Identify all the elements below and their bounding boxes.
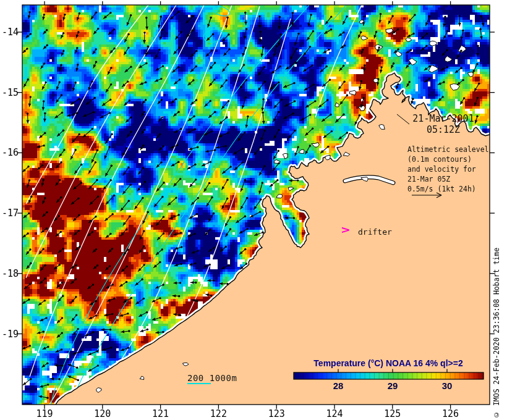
- altimetry-note-line5: 0.5m/s (1kt 24h): [407, 184, 476, 194]
- sst-map-canvas: [0, 0, 507, 420]
- x-tick-label: 125: [379, 408, 406, 419]
- drifter-marker-icon: >: [341, 224, 350, 236]
- drifter-label: drifter: [358, 227, 392, 237]
- y-tick-label: -15: [0, 87, 19, 98]
- timestamp-time: 05:12Z: [403, 124, 484, 135]
- isobath-legend: 200 1000m: [187, 373, 237, 383]
- x-tick-label: 124: [321, 408, 348, 419]
- x-tick-label: 120: [89, 408, 116, 419]
- y-tick-label: -18: [0, 268, 19, 279]
- altimetry-note-line2: (0.1m contours): [407, 154, 472, 164]
- colorbar-tick-30: 30: [435, 380, 459, 391]
- sst-map-figure: 119120121122123124125126 -14-15-16-17-18…: [0, 0, 507, 420]
- altimetry-note-line3: and velocity for: [407, 164, 476, 174]
- copyright-watermark: © IMOS 24-Feb-2020 23:36:08 Hobart time: [492, 226, 501, 419]
- altimetry-note-line1: Altimetric sealevel: [407, 145, 489, 154]
- colorbar-tick-29: 29: [380, 380, 405, 391]
- x-tick-label: 121: [147, 408, 174, 419]
- x-tick-label: 122: [205, 408, 232, 419]
- altimetry-note-line4: 21-Mar 05Z: [407, 174, 450, 184]
- colorbar-tick-28: 28: [326, 380, 351, 391]
- x-tick-label: 126: [437, 408, 464, 419]
- x-tick-label: 123: [263, 408, 290, 419]
- timestamp-date: 21-Mar-2001: [403, 113, 484, 124]
- y-tick-label: -14: [0, 27, 19, 38]
- colorbar-title: Temperature (°C) NOAA 16 4% ql>=2: [281, 358, 495, 368]
- y-tick-label: -19: [0, 329, 19, 340]
- x-tick-label: 119: [31, 408, 58, 419]
- y-tick-label: -16: [0, 147, 19, 158]
- y-tick-label: -17: [0, 208, 19, 219]
